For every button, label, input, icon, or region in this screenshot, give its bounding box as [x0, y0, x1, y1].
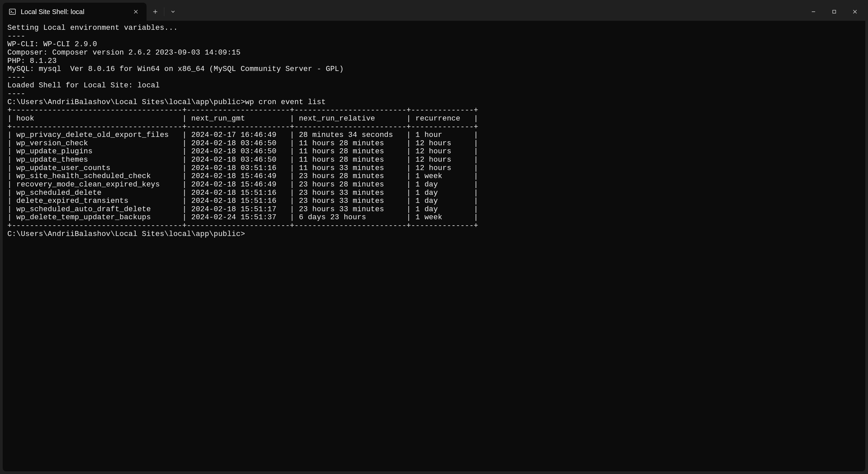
- prompt-line: C:\Users\AndriiBalashov\Local Sites\loca…: [7, 230, 861, 239]
- window-minimize-button[interactable]: [803, 3, 824, 21]
- terminal-window: Local Site Shell: local: [3, 3, 865, 471]
- plus-icon: [153, 9, 158, 14]
- tab-title: Local Site Shell: local: [21, 8, 84, 16]
- php-line: PHP: 8.1.23: [7, 57, 861, 66]
- title-bar: Local Site Shell: local: [3, 3, 865, 21]
- terminal-output[interactable]: Setting Local environment variables...--…: [3, 21, 865, 471]
- composer-line: Composer: Composer version 2.6.2 2023-09…: [7, 49, 861, 57]
- table-row: | delete_expired_transients | 2024-02-18…: [7, 197, 861, 206]
- wpcli-line: WP-CLI: WP-CLI 2.9.0: [7, 40, 861, 49]
- table-border: +--------------------------------------+…: [7, 222, 861, 230]
- svg-rect-7: [833, 10, 836, 13]
- table-row: | wp_site_health_scheduled_check | 2024-…: [7, 172, 861, 181]
- table-border: +--------------------------------------+…: [7, 123, 861, 131]
- separator-line: ----: [7, 73, 861, 82]
- table-row: | recovery_mode_clean_expired_keys | 202…: [7, 181, 861, 189]
- close-icon: [852, 9, 857, 14]
- close-icon: [133, 9, 138, 14]
- loaded-shell-line: Loaded Shell for Local Site: local: [7, 82, 861, 90]
- window-maximize-button[interactable]: [824, 3, 844, 21]
- titlebar-drag-area[interactable]: [182, 3, 803, 21]
- env-line: Setting Local environment variables...: [7, 24, 861, 32]
- new-tab-button[interactable]: [147, 3, 164, 21]
- terminal-icon: [9, 8, 16, 16]
- tab-close-button[interactable]: [132, 8, 140, 16]
- table-border: +--------------------------------------+…: [7, 107, 861, 115]
- tab-active[interactable]: Local Site Shell: local: [3, 3, 147, 21]
- minimize-icon: [811, 9, 816, 14]
- maximize-icon: [832, 9, 837, 14]
- table-row: | wp_privacy_delete_old_export_files | 2…: [7, 131, 861, 140]
- table-row: | wp_scheduled_delete | 2024-02-18 15:51…: [7, 189, 861, 198]
- command-line: C:\Users\AndriiBalashov\Local Sites\loca…: [7, 98, 861, 107]
- table-row: | wp_update_themes | 2024-02-18 03:46:50…: [7, 156, 861, 165]
- tab-dropdown-button[interactable]: [164, 3, 182, 21]
- mysql-line: MySQL: mysql Ver 8.0.16 for Win64 on x86…: [7, 65, 861, 73]
- table-row: | wp_version_check | 2024-02-18 03:46:50…: [7, 140, 861, 148]
- table-row: | wp_delete_temp_updater_backups | 2024-…: [7, 213, 861, 222]
- table-row: | wp_update_plugins | 2024-02-18 03:46:5…: [7, 148, 861, 156]
- table-header: | hook | next_run_gmt | next_run_relativ…: [7, 115, 861, 123]
- chevron-down-icon: [170, 9, 175, 14]
- window-controls: [803, 3, 865, 21]
- table-row: | wp_scheduled_auto_draft_delete | 2024-…: [7, 206, 861, 214]
- window-close-button[interactable]: [844, 3, 865, 21]
- separator-line: ----: [7, 90, 861, 98]
- table-row: | wp_update_user_counts | 2024-02-18 03:…: [7, 165, 861, 173]
- separator-line: ----: [7, 32, 861, 41]
- svg-rect-0: [9, 9, 16, 14]
